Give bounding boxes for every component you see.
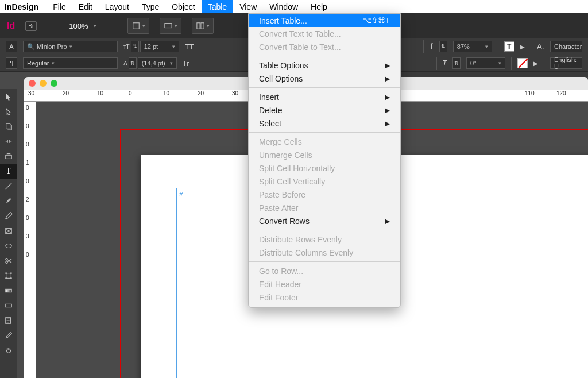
skew-icon: T [443,59,447,67]
app-name: InDesign [5,2,38,11]
rectangle-frame-tool[interactable] [0,223,17,238]
free-transform-tool[interactable] [0,268,17,283]
type-tool[interactable]: T [0,164,17,179]
menu-item-insert[interactable]: Insert▶ [249,90,400,103]
menu-item-split-cell-horizontally: Split Cell Horizontally [249,161,400,175]
pencil-tool[interactable] [0,209,17,223]
ellipse-tool[interactable] [0,238,17,253]
vertical-scale-icon: T̂ [430,43,434,51]
svg-point-11 [6,273,7,274]
svg-rect-10 [6,273,11,279]
tool-panel: T [0,89,17,378]
menu-object[interactable]: Object [165,0,201,13]
menu-item-edit-footer: Edit Footer [249,291,400,304]
menu-file[interactable]: File [47,0,72,13]
submenu-arrow-icon[interactable]: ▶ [520,44,525,50]
menu-item-select[interactable]: Select▶ [249,117,400,130]
menu-separator [249,132,400,133]
pen-tool[interactable] [0,194,17,209]
screen-mode-button[interactable] [160,18,181,34]
bridge-button[interactable]: Br [25,21,37,31]
menu-table[interactable]: Table [202,0,233,13]
menu-item-go-to-row: Go to Row... [249,264,400,277]
font-size-icon: тT [123,44,130,50]
menu-item-insert-table[interactable]: Insert Table...⌥⇧⌘T [249,14,400,27]
submenu-arrow-icon: ▶ [385,119,390,128]
gradient-swatch-tool[interactable] [0,283,17,298]
page-tool[interactable] [0,119,17,134]
submenu-arrow-icon: ▶ [385,93,390,101]
menu-item-paste-before: Paste Before [249,188,400,201]
menu-item-paste-after: Paste After [249,201,400,214]
submenu-arrow-icon: ▶ [385,217,390,225]
menu-separator [249,261,400,262]
menu-item-merge-cells: Merge Cells [249,135,400,148]
language-field[interactable]: English: U [550,57,582,69]
selection-tool[interactable] [0,89,17,104]
no-stroke-icon[interactable] [517,58,528,68]
eyedropper-tool[interactable] [0,328,17,343]
menu-item-delete[interactable]: Delete▶ [249,103,400,117]
submenu-arrow-icon: ▶ [385,75,390,83]
submenu-arrow-icon[interactable]: ▶ [533,60,538,67]
note-tool[interactable] [0,313,17,328]
svg-rect-16 [6,304,12,307]
menu-separator [249,230,400,230]
svg-rect-3 [201,23,204,29]
line-tool[interactable] [0,179,17,194]
arrange-button[interactable] [192,18,214,34]
menu-item-convert-rows[interactable]: Convert Rows▶ [249,214,400,227]
leading-stepper[interactable]: ⇅ [129,57,137,69]
scissors-tool[interactable] [0,253,17,268]
svg-point-12 [11,273,12,274]
svg-point-14 [11,278,12,279]
hand-tool[interactable] [0,343,17,358]
menu-edit[interactable]: Edit [72,0,99,13]
table-menu-dropdown: Insert Table...⌥⇧⌘TConvert Text to Table… [248,13,401,308]
all-caps-button[interactable]: TT [185,43,194,51]
small-caps-button[interactable]: Tr [183,59,189,68]
content-collector-tool[interactable] [0,149,17,164]
leading-field[interactable]: (14,4 pt) [138,57,177,69]
svg-rect-1 [165,24,172,28]
scale-stepper[interactable]: ⇅ [439,41,447,52]
close-window-button[interactable] [29,80,36,87]
menu-view[interactable]: View [233,0,263,13]
view-mode-button[interactable] [127,18,149,34]
submenu-arrow-icon: ▶ [385,106,390,114]
char-style-prefix: A. [537,42,544,51]
menu-item-split-cell-vertically: Split Cell Vertically [249,175,400,188]
gap-tool[interactable] [0,134,17,149]
mac-menubar: InDesign FileEditLayoutTypeObjectTableVi… [0,0,588,13]
skew-stepper[interactable]: ⇅ [452,57,461,69]
svg-point-7 [6,244,12,248]
font-size-field[interactable]: 12 pt [140,41,179,52]
scale-field[interactable]: 87% [453,41,492,52]
svg-point-8 [6,259,8,261]
svg-rect-5 [6,155,12,159]
size-stepper[interactable]: ⇅ [131,41,139,52]
skew-field[interactable]: 0° [466,57,505,69]
menu-window[interactable]: Window [263,0,304,13]
menu-item-edit-header: Edit Header [249,277,400,291]
menu-layout[interactable]: Layout [99,0,136,13]
menu-item-cell-options[interactable]: Cell Options▶ [249,72,400,85]
fill-text-icon[interactable]: T [504,41,514,52]
char-style-field[interactable]: Character [550,41,582,52]
menu-item-table-options[interactable]: Table Options▶ [249,59,400,72]
direct-selection-tool[interactable] [0,104,17,119]
paragraph-mode-icon[interactable]: ¶ [6,57,17,69]
menu-item-unmerge-cells: Unmerge Cells [249,148,400,161]
zoom-window-button[interactable] [51,80,57,87]
menu-help[interactable]: Help [304,0,334,13]
font-family-field[interactable]: 🔍 Minion Pro [23,41,118,52]
menu-separator [249,56,400,56]
gradient-feather-tool[interactable] [0,298,17,313]
vertical-ruler[interactable]: 000102030 [24,102,36,378]
character-mode-icon[interactable]: A [6,41,17,52]
font-style-field[interactable]: Regular [23,57,118,69]
zoom-selector[interactable]: 100% [69,22,96,30]
minimize-window-button[interactable] [40,80,47,87]
leading-icon: A͏ [123,60,127,67]
menu-type[interactable]: Type [136,0,165,13]
